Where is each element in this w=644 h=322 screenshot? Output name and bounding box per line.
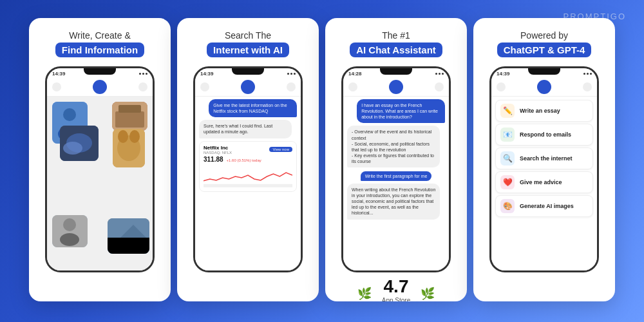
stock-ticker: NASDAQ: NFLX bbox=[204, 151, 232, 155]
panels-container: Write, Create & Find Information 14:39 bbox=[0, 0, 644, 322]
app-logo-2 bbox=[241, 80, 255, 94]
signal-2 bbox=[142, 73, 144, 75]
stock-name: Netflix Inc bbox=[204, 145, 232, 151]
panel-1-highlight: Find Information bbox=[55, 43, 144, 57]
panel-1-pretitle: Write, Create & bbox=[38, 30, 162, 41]
rating-info: 4.7 App Store average rating bbox=[375, 276, 417, 301]
cafe-img bbox=[112, 102, 147, 131]
panel-3-pretitle: The #1 bbox=[334, 30, 458, 41]
app-logo-4 bbox=[537, 80, 551, 94]
phone-screen-4: 14:39 ✏️Write an essay📧Respond to emails… bbox=[491, 68, 597, 270]
phone-screen-2: 14:39 Give me the latest information on … bbox=[195, 68, 301, 270]
panel-2-highlight: Internet with AI bbox=[207, 43, 289, 57]
svg-rect-5 bbox=[118, 105, 141, 113]
feature-item-1: 📧Respond to emails bbox=[495, 124, 593, 146]
signal-8 bbox=[439, 73, 440, 75]
settings-icon-1 bbox=[138, 82, 147, 91]
signal-6 bbox=[294, 73, 296, 75]
feature-icon-2: 🔍 bbox=[500, 151, 515, 166]
feature-label-3: Give me advice bbox=[520, 179, 562, 185]
features-content: ✏️Write an essay📧Respond to emails🔍Searc… bbox=[491, 97, 597, 270]
panel-4-phone: 14:39 ✏️Write an essay📧Respond to emails… bbox=[489, 66, 599, 272]
panel-3-phone: 14:28 I have an essay on the French Revo… bbox=[341, 66, 451, 272]
user-message-2: Give me the latest information on the Ne… bbox=[209, 99, 297, 117]
bot-message-2: Sure, here's what I could find. Last upd… bbox=[199, 120, 292, 138]
signal-7 bbox=[435, 73, 437, 75]
stock-price: 311.88 bbox=[204, 156, 223, 163]
gallery-img-3 bbox=[60, 126, 99, 161]
status-icons-3 bbox=[435, 73, 444, 75]
time-4: 14:39 bbox=[497, 71, 509, 77]
panel-2-phone: 14:39 Give me the latest information on … bbox=[193, 66, 303, 272]
gallery-content bbox=[47, 97, 153, 270]
svg-point-15 bbox=[60, 233, 79, 246]
share-icon-4 bbox=[497, 82, 506, 91]
share-icon-2 bbox=[200, 82, 209, 91]
svg-rect-17 bbox=[108, 238, 149, 254]
settings-icon-3 bbox=[435, 82, 444, 91]
gallery-img-5 bbox=[52, 215, 88, 247]
feature-label-2: Search the internet bbox=[520, 155, 573, 162]
phone-notch-4 bbox=[528, 68, 560, 75]
ai-chat-content: I have an essay on the French Revolution… bbox=[343, 97, 449, 270]
panel-1: Write, Create & Find Information 14:39 bbox=[29, 18, 171, 301]
time-3: 14:28 bbox=[348, 71, 361, 77]
signal-11 bbox=[587, 73, 589, 75]
phone-notch-2 bbox=[232, 68, 264, 75]
stock-header: Netflix Inc NASDAQ: NFLX View now bbox=[204, 145, 292, 155]
panel-4-header: Powered by ChatGPT & GPT-4 bbox=[473, 18, 615, 64]
feature-label-0: Write an essay bbox=[520, 108, 560, 114]
abstract-img bbox=[60, 126, 99, 161]
phone-screen-3: 14:28 I have an essay on the French Revo… bbox=[343, 68, 449, 270]
settings-icon-2 bbox=[287, 82, 296, 91]
feature-icon-4: 🎨 bbox=[500, 199, 515, 213]
gallery-img-4 bbox=[113, 129, 145, 167]
app-bar-4 bbox=[491, 78, 597, 97]
panel-1-phone: 14:39 bbox=[45, 66, 155, 272]
signal-10 bbox=[583, 73, 585, 75]
gallery-img-2 bbox=[112, 102, 147, 131]
share-icon-3 bbox=[348, 82, 357, 91]
bot-message-3: When writing about the French Revolution… bbox=[347, 184, 440, 219]
feature-icon-0: ✏️ bbox=[500, 104, 515, 118]
feature-icon-3: ❤️ bbox=[500, 175, 515, 189]
rating-label: App Store average rating bbox=[375, 297, 417, 301]
share-icon-1 bbox=[52, 82, 61, 91]
panel-1-header: Write, Create & Find Information bbox=[29, 18, 171, 64]
phone-screen-1: 14:39 bbox=[47, 68, 153, 270]
write-paragraph-btn[interactable]: Write the first paragraph for me bbox=[361, 171, 432, 181]
feature-item-4: 🎨Generate AI images bbox=[495, 195, 593, 217]
time-2: 14:39 bbox=[200, 71, 213, 77]
chat-content-2: Give me the latest information on the Ne… bbox=[195, 97, 301, 270]
signal-5 bbox=[290, 73, 292, 75]
status-icons-4 bbox=[583, 73, 592, 75]
time-1: 14:39 bbox=[52, 71, 65, 77]
phone-notch-1 bbox=[84, 68, 116, 75]
panel-4: Powered by ChatGPT & GPT-4 14:39 bbox=[473, 18, 615, 301]
laurel-left: 🌿 bbox=[357, 287, 372, 301]
stock-card: Netflix Inc NASDAQ: NFLX View now 311.88… bbox=[199, 141, 297, 192]
stock-change: +1.60 (0.51%) today bbox=[227, 158, 261, 162]
feature-label-4: Generate AI images bbox=[520, 203, 574, 209]
signal-9 bbox=[442, 73, 444, 75]
feature-item-3: ❤️Give me advice bbox=[495, 171, 593, 193]
view-button[interactable]: View now bbox=[269, 147, 292, 152]
app-bar-1 bbox=[47, 78, 153, 97]
landscape-img bbox=[108, 218, 149, 254]
status-icons-2 bbox=[287, 73, 296, 75]
svg-rect-4 bbox=[115, 111, 144, 128]
panel-3-header: The #1 AI Chat Assistant bbox=[325, 18, 467, 64]
woman-img bbox=[52, 215, 88, 247]
panel-2: Search The Internet with AI 14:39 bbox=[177, 18, 319, 301]
stock-chart bbox=[204, 165, 292, 187]
feature-item-2: 🔍Search the internet bbox=[495, 147, 593, 169]
svg-point-12 bbox=[129, 130, 140, 143]
stock-info: Netflix Inc NASDAQ: NFLX bbox=[204, 145, 232, 155]
app-bar-3 bbox=[343, 78, 449, 97]
signal-1 bbox=[139, 73, 141, 75]
feature-icon-1: 📧 bbox=[500, 128, 515, 142]
svg-point-1 bbox=[63, 108, 76, 121]
panel-4-pretitle: Powered by bbox=[482, 30, 606, 41]
panel-4-highlight: ChatGPT & GPT-4 bbox=[497, 43, 592, 57]
svg-point-11 bbox=[118, 130, 128, 143]
